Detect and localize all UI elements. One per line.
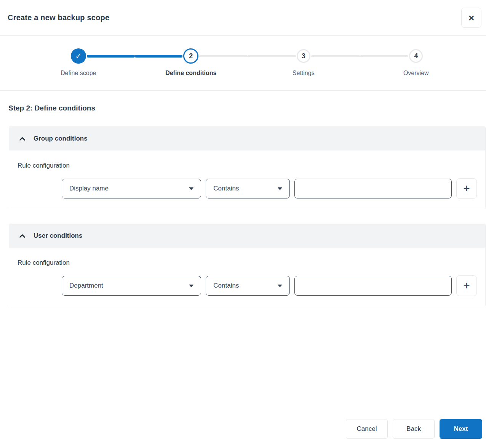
add-condition-button[interactable]: + <box>456 275 477 296</box>
step-connector <box>199 55 247 57</box>
operator-select-value: Contains <box>213 282 239 290</box>
stepper-section: ✓ Define scope 2 Define conditions 3 <box>0 36 486 91</box>
condition-value-input[interactable] <box>294 276 452 296</box>
step-overview[interactable]: 4 Overview <box>360 48 473 77</box>
chevron-down-icon <box>278 187 282 190</box>
dialog-footer: Cancel Back Next <box>346 419 482 439</box>
condition-value-input[interactable] <box>294 179 452 198</box>
dialog-header: Create a new backup scope × <box>0 0 486 36</box>
add-condition-button[interactable]: + <box>456 178 477 199</box>
user-conditions-header[interactable]: User conditions <box>9 224 485 248</box>
condition-row: Display name Contains + <box>18 178 477 199</box>
plus-icon: + <box>463 183 470 194</box>
step-connector <box>360 55 409 57</box>
chevron-down-icon <box>189 285 193 287</box>
operator-select[interactable]: Contains <box>206 179 290 198</box>
condition-row: Department Contains + <box>18 275 477 296</box>
step-number: 2 <box>189 52 193 60</box>
field-select[interactable]: Department <box>62 276 201 296</box>
step-connector <box>247 55 296 57</box>
step-number: 3 <box>302 52 305 60</box>
user-conditions-section: User conditions Rule configuration Depar… <box>9 224 486 306</box>
chevron-down-icon <box>189 187 193 190</box>
step-circle-upcoming: 4 <box>409 49 423 63</box>
field-select-value: Display name <box>69 185 109 192</box>
next-button[interactable]: Next <box>440 419 482 439</box>
step-label: Settings <box>293 70 315 77</box>
field-select[interactable]: Display name <box>62 179 201 198</box>
user-conditions-body: Rule configuration Department Contains + <box>9 248 485 306</box>
section-title: Group conditions <box>34 135 88 142</box>
check-icon: ✓ <box>75 52 82 61</box>
cancel-button[interactable]: Cancel <box>346 419 388 439</box>
dialog-title: Create a new backup scope <box>8 13 109 22</box>
step-define-conditions[interactable]: 2 Define conditions <box>135 48 248 77</box>
chevron-up-icon <box>19 234 26 238</box>
field-select-value: Department <box>69 282 103 290</box>
group-conditions-header[interactable]: Group conditions <box>9 127 485 150</box>
stepper: ✓ Define scope 2 Define conditions 3 <box>22 48 472 77</box>
operator-select-value: Contains <box>213 185 239 192</box>
chevron-down-icon <box>278 285 282 287</box>
rule-configuration-label: Rule configuration <box>18 259 477 267</box>
step-circle-current: 2 <box>183 48 198 64</box>
close-button[interactable]: × <box>461 8 481 28</box>
operator-select[interactable]: Contains <box>206 276 290 296</box>
step-connector <box>135 55 183 58</box>
step-connector <box>87 55 135 58</box>
step-circle-upcoming: 3 <box>297 49 310 63</box>
plus-icon: + <box>463 280 470 291</box>
step-connector <box>311 55 360 57</box>
rule-configuration-label: Rule configuration <box>18 162 477 170</box>
step-label: Overview <box>403 70 429 77</box>
close-icon: × <box>468 13 474 23</box>
group-conditions-section: Group conditions Rule configuration Disp… <box>9 126 486 209</box>
step-label: Define conditions <box>165 70 216 77</box>
step-settings[interactable]: 3 Settings <box>247 48 360 77</box>
step-circle-completed: ✓ <box>71 48 86 64</box>
group-conditions-body: Rule configuration Display name Contains… <box>9 150 485 209</box>
back-button[interactable]: Back <box>393 419 435 439</box>
step-heading: Step 2: Define conditions <box>8 104 478 112</box>
step-number: 4 <box>414 52 418 60</box>
section-title: User conditions <box>34 232 82 240</box>
chevron-up-icon <box>19 137 26 141</box>
step-define-scope[interactable]: ✓ Define scope <box>22 48 135 77</box>
step-label: Define scope <box>61 70 96 77</box>
